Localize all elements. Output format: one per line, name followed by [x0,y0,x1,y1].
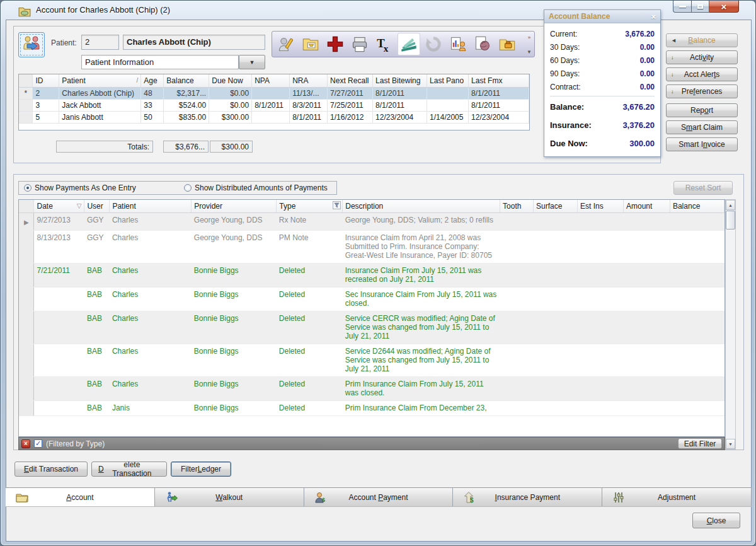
preferences-button[interactable]: ↓Preferences [666,84,738,98]
report-button[interactable]: Report [666,103,738,117]
totals-balance-box: $3,676... [163,141,209,153]
close-window-button[interactable]: × [709,1,739,13]
ledger-col-user[interactable]: User [84,200,110,213]
patient-col-npa[interactable]: NPA [252,74,290,88]
tab-label: Adjustment [658,493,696,502]
edit-person-icon[interactable] [275,33,297,55]
close-button[interactable]: Close [692,513,740,528]
balance-row: Balance:3,676.20 [550,98,655,116]
prescriptions-icon[interactable] [496,33,518,55]
treatment-plan-icon[interactable]: Tx [373,33,396,55]
scrollbar-thumb[interactable] [726,211,735,229]
ledger-col-type[interactable]: Type [277,200,343,213]
tab-label: Insurance Payment [495,493,560,502]
tab-label: Account [66,493,93,502]
tab-label: Walkout [215,493,243,502]
patient-col-balance[interactable]: Balance [164,74,209,88]
radio-distributed[interactable]: Show Distributed Amounts of Payments [184,183,328,192]
print-icon[interactable] [348,33,371,55]
totals-due-now-box: $300.00 [210,141,253,153]
patient-info-dropdown[interactable]: Patient Information [81,55,239,69]
scroll-up-icon[interactable]: ▲ [726,200,735,210]
patient-id-field[interactable]: 2 [81,35,119,50]
edit-transaction-button[interactable]: Edit Transaction [14,462,88,477]
tab-label: Account Payment [348,493,408,502]
patient-col-id[interactable]: ID [33,74,59,88]
patient-info-dropdown-arrow[interactable]: ▼ [239,55,265,69]
patient-col-patient[interactable]: Patient/ [59,74,141,88]
ledger-row[interactable]: BABCharlesBonnie BiggsDeletedService CER… [19,311,724,344]
patient-row[interactable]: *2Charles Abbott (Chip)48$2,317...$0.001… [19,88,529,100]
tab-adjustment[interactable]: Adjustment [602,488,752,506]
acct-alerts-button[interactable]: ↓Acct Alerts [666,67,738,81]
smart-claim-button[interactable]: Smart Claim [666,120,738,134]
select-patient-button[interactable] [18,32,45,57]
ledger-col-patient[interactable]: Patient [110,200,192,213]
patient-col-age[interactable]: Age [141,74,164,88]
patient-row[interactable]: 3Jack Abbott33$524.00$0.008/1/20118/3/20… [19,100,529,112]
delete-transaction-button[interactable]: Delete Transaction [91,462,167,477]
ledger-col-tooth[interactable]: Tooth [500,200,534,213]
reports-icon[interactable] [447,33,469,55]
ledger-grid-body: ▶9/27/2013GGYCharlesGeorge Young, DDSRx … [19,213,724,416]
smart-invoice-button[interactable]: Smart Invoice [666,137,738,151]
filter-ledger-button[interactable]: Filter Ledger [171,462,231,477]
window-folder-icon [18,5,31,16]
patient-col-next-recall[interactable]: Next Recall [328,74,373,88]
svg-text:x: x [384,43,389,53]
filter-checkbox[interactable]: ✓ [34,439,42,448]
patient-row[interactable]: 5Janis Abbott50$835.00$300.008/1/20111/1… [19,112,529,124]
ledger-col-est-ins[interactable]: Est Ins [578,200,624,213]
chevron-left-icon: ◄ [671,37,677,44]
tab-account[interactable]: Account [6,488,155,506]
toolbar-overflow[interactable]: »▼ [525,33,533,57]
balance-row: Due Now:300.00 [550,134,655,153]
arrow-down-icon: ↓ [671,54,674,61]
bottom-tab-strip: AccountWalkout$Account Payment$Insurance… [6,487,752,507]
ledger-row[interactable]: BABCharlesBonnie BiggsDeletedPrim Insura… [19,377,724,401]
clear-filter-icon[interactable]: × [21,439,30,448]
ledger-row[interactable]: BABCharlesBonnie BiggsDeletedSec Insuran… [19,288,724,311]
ledger-col-balance[interactable]: Balance [670,200,724,213]
ledger-row[interactable]: 7/21/2011BABCharlesBonnie BiggsDeletedIn… [19,264,724,288]
refresh-icon[interactable] [422,33,445,55]
ledger-col-amount[interactable]: Amount [623,200,670,213]
minimize-button[interactable] [673,1,692,13]
patient-col-due-now[interactable]: Due Now [209,74,252,88]
patient-col-last-bitewing[interactable]: Last Bitewing [373,74,427,88]
chart-folder-icon[interactable] [299,33,322,55]
account-balance-close-icon[interactable]: × [649,12,658,21]
column-filter-icon[interactable] [333,201,341,209]
radio-circle-icon [24,184,32,192]
balance-button[interactable]: ◄Balance [666,33,738,47]
ledger-scrollbar[interactable]: ▲ ▼ [725,199,736,450]
ledger-col-provider[interactable]: Provider [192,200,277,213]
imaging-icon[interactable] [471,33,494,55]
patient-col-last-fmx[interactable]: Last Fmx [469,74,529,88]
activity-button[interactable]: ↓Activity [666,50,738,64]
tab-walkout[interactable]: Walkout [155,488,304,506]
patient-name-field[interactable]: Charles Abbott (Chip) [123,35,265,50]
smartdoc-icon[interactable] [398,33,420,55]
patient-label: Patient: [51,38,77,47]
ledger-col-surface[interactable]: Surface [534,200,578,213]
tab-account-payment[interactable]: $Account Payment [304,488,454,506]
patient-col-nra[interactable]: NRA [290,74,328,88]
maximize-button[interactable] [692,1,709,13]
edit-filter-button[interactable]: Edit Filter [678,438,722,449]
account-payment-icon: $ [314,491,327,504]
scroll-down-icon[interactable]: ▼ [726,439,735,449]
ledger-row[interactable]: BABJanisBonnie BiggsDeletedPrim Insuranc… [19,401,724,416]
tab-insurance-payment[interactable]: $Insurance Payment [453,488,602,506]
ledger-row[interactable]: 8/13/2013GGYCharlesGeorge Young, DDSPM N… [19,231,724,264]
balance-row: 90 Days:0.00 [550,67,655,80]
ledger-row[interactable]: ▶9/27/2013GGYCharlesGeorge Young, DDSRx … [19,213,724,231]
ledger-col-date[interactable]: Date▽ [34,200,84,213]
ledger-row[interactable]: BABCharlesBonnie BiggsDeletedService D26… [19,344,724,377]
account-balance-header[interactable]: Account Balance × [544,10,660,23]
patient-col-last-pano[interactable]: Last Pano [427,74,469,88]
radio-one-entry[interactable]: Show Payments As One Entry [24,183,136,192]
reset-sort-button[interactable]: Reset Sort [673,181,733,195]
ledger-col-description[interactable]: Description [343,200,500,213]
medical-history-icon[interactable] [324,33,346,55]
